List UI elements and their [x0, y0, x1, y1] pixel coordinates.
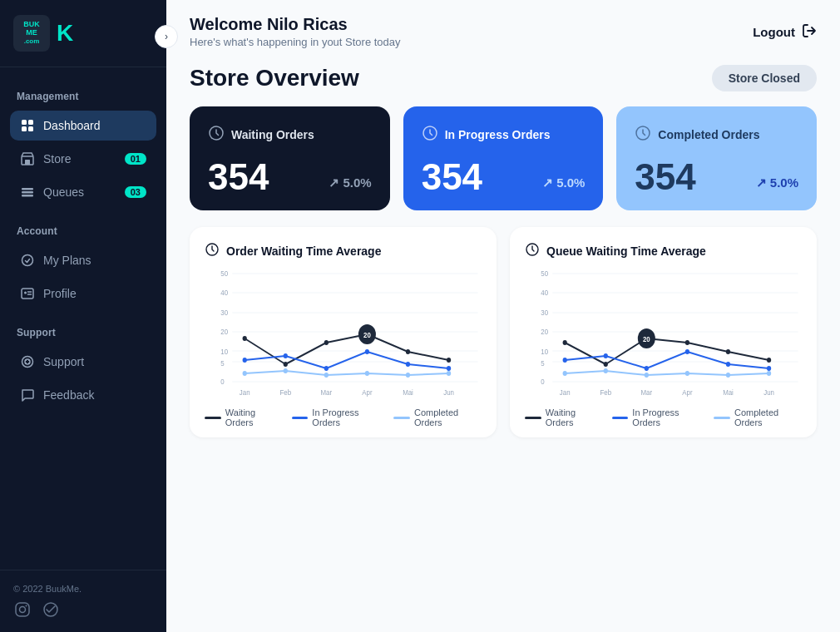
svg-point-95 — [726, 362, 730, 367]
svg-point-58 — [324, 373, 329, 378]
my-plans-label: My Plans — [43, 254, 91, 267]
svg-rect-10 — [22, 289, 33, 299]
legend-in-progress: In Progress Orders — [292, 407, 383, 427]
svg-point-56 — [243, 371, 247, 376]
svg-point-16 — [26, 605, 27, 607]
completed-header: Completed Orders — [635, 125, 798, 144]
svg-point-57 — [284, 368, 288, 373]
support-label: Support — [43, 355, 84, 368]
instagram-icon[interactable] — [13, 600, 32, 619]
svg-rect-8 — [22, 195, 33, 197]
waiting-orders-value: 354 — [208, 159, 269, 195]
svg-rect-3 — [28, 126, 33, 131]
svg-point-59 — [365, 371, 369, 376]
svg-text:20: 20 — [643, 334, 650, 343]
waiting-orders-values: 354 ↗ 5.0% — [208, 159, 372, 195]
logout-label: Logout — [753, 25, 795, 39]
completed-title: Completed Orders — [658, 128, 759, 141]
legend2-completed: Completed Orders — [714, 407, 802, 427]
topbar-left: Welcome Nilo Ricas Here's what's happeni… — [190, 15, 401, 48]
svg-text:Apr: Apr — [362, 388, 372, 397]
svg-point-51 — [284, 353, 288, 358]
sidebar-item-support[interactable]: Support — [10, 347, 156, 377]
svg-text:30: 30 — [220, 308, 228, 317]
telegram-icon[interactable] — [42, 600, 60, 619]
completed-value: 354 — [635, 159, 695, 195]
svg-point-91 — [563, 358, 567, 363]
svg-text:0: 0 — [220, 377, 225, 386]
store-closed-button[interactable]: Store Closed — [712, 65, 817, 91]
svg-text:20: 20 — [220, 327, 228, 336]
svg-rect-7 — [22, 191, 33, 194]
sidebar-nav: Management Dashboard Store — [0, 67, 166, 570]
logout-button[interactable]: Logout — [753, 23, 817, 41]
queue-waiting-title: Queue Waiting Time Average — [525, 242, 802, 259]
waiting-orders-title: Waiting Orders — [231, 128, 314, 141]
svg-text:20: 20 — [541, 327, 548, 336]
svg-text:5: 5 — [541, 358, 545, 368]
svg-rect-5 — [25, 160, 30, 165]
store-overview-header: Store Overview Store Closed — [190, 65, 817, 91]
sidebar-logo: BUKME.com K — [0, 0, 166, 67]
queue-waiting-chart-area: 50 40 30 20 10 5 0 — [525, 268, 802, 401]
svg-point-61 — [447, 371, 451, 376]
svg-text:40: 40 — [541, 288, 548, 297]
in-progress-orders-card: In Progress Orders 354 ↗ 5.0% — [403, 106, 604, 210]
svg-text:30: 30 — [541, 308, 548, 317]
completed-orders-card: Completed Orders 354 ↗ 5.0% — [616, 106, 817, 210]
legend-waiting: Waiting Orders — [205, 407, 280, 427]
support-section-label: Support — [10, 320, 156, 343]
sidebar-item-dashboard[interactable]: Dashboard — [10, 111, 156, 141]
svg-point-12 — [22, 357, 33, 368]
svg-point-55 — [447, 366, 451, 371]
svg-text:Jun: Jun — [443, 388, 454, 397]
logo-box: BUKME.com — [13, 15, 50, 52]
svg-text:10: 10 — [220, 347, 228, 356]
svg-point-87 — [726, 349, 730, 354]
sidebar-item-queues[interactable]: Queues 03 — [10, 177, 156, 207]
waiting-orders-header: Waiting Orders — [208, 125, 372, 144]
in-progress-change: ↗ 5.0% — [542, 175, 585, 190]
svg-point-100 — [685, 371, 689, 376]
queues-label: Queues — [43, 185, 84, 199]
cards-row: Waiting Orders 354 ↗ 5.0% In Progress Or… — [190, 106, 817, 210]
sidebar-item-profile[interactable]: Profile — [10, 279, 156, 309]
svg-text:Apr: Apr — [682, 388, 692, 397]
plans-icon — [20, 253, 35, 268]
chart2-legend: Waiting Orders In Progress Orders Comple… — [525, 407, 802, 427]
svg-text:Feb: Feb — [279, 388, 291, 397]
queue-waiting-chart: Queue Waiting Time Average 50 40 30 20 1… — [510, 227, 817, 437]
svg-point-60 — [406, 373, 410, 378]
svg-text:10: 10 — [541, 347, 548, 356]
logo-k-icon: K — [57, 20, 73, 47]
svg-text:Jan: Jan — [240, 388, 250, 397]
sidebar-item-store[interactable]: Store 01 — [10, 144, 156, 174]
svg-point-50 — [243, 358, 247, 363]
footer-social-icons — [13, 600, 153, 619]
svg-text:50: 50 — [220, 269, 228, 278]
svg-point-101 — [726, 373, 730, 378]
svg-text:Mai: Mai — [403, 388, 413, 397]
store-icon — [20, 151, 35, 166]
in-progress-header: In Progress Orders — [422, 125, 586, 144]
svg-text:40: 40 — [220, 288, 228, 297]
svg-text:Mai: Mai — [723, 388, 734, 397]
sidebar-toggle-button[interactable]: › — [155, 25, 178, 48]
sidebar-footer: © 2022 BuukMe. — [0, 570, 166, 632]
sidebar-item-my-plans[interactable]: My Plans — [10, 245, 156, 275]
svg-point-53 — [365, 349, 369, 354]
legend-completed: Completed Orders — [393, 407, 482, 427]
svg-point-43 — [284, 362, 288, 367]
sidebar-item-feedback[interactable]: Feedback — [10, 380, 156, 410]
footer-copyright: © 2022 BuukMe. — [13, 584, 153, 594]
svg-rect-14 — [16, 603, 29, 616]
queues-icon — [20, 185, 35, 200]
legend2-waiting: Waiting Orders — [525, 407, 600, 427]
svg-rect-6 — [22, 188, 33, 190]
svg-text:Feb: Feb — [600, 388, 611, 397]
svg-point-98 — [604, 368, 608, 373]
svg-point-97 — [563, 371, 567, 376]
svg-point-96 — [767, 366, 771, 371]
page-title: Welcome Nilo Ricas — [190, 15, 401, 34]
svg-point-84 — [604, 362, 608, 367]
